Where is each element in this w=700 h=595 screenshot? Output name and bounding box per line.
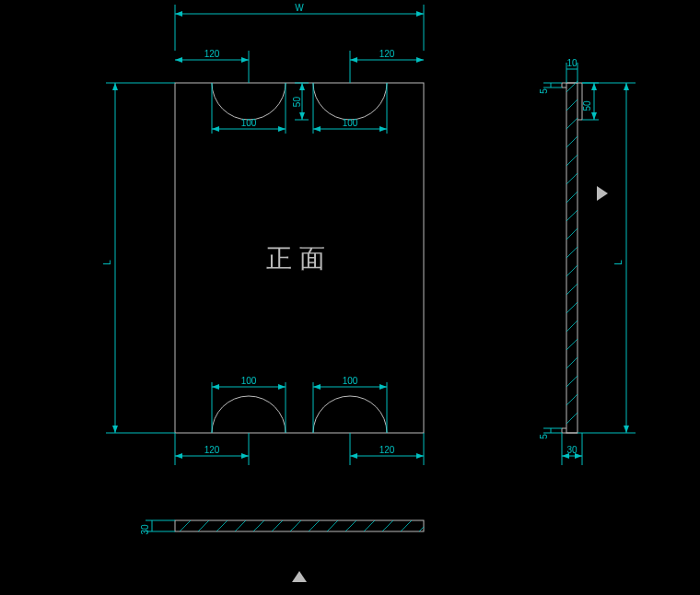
dim-10: 10 (566, 58, 578, 68)
svg-line-86 (364, 520, 375, 531)
dim-120-tr: 120 (379, 49, 395, 59)
svg-line-80 (253, 520, 264, 531)
svg-line-50 (566, 284, 578, 295)
svg-line-45 (566, 192, 578, 203)
svg-line-57 (566, 413, 578, 424)
svg-line-84 (327, 520, 338, 531)
arc-bottom-right (313, 396, 387, 433)
svg-line-54 (566, 357, 578, 368)
svg-line-83 (309, 520, 320, 531)
svg-line-88 (401, 520, 412, 531)
dim-5-top: 5 (539, 88, 549, 94)
svg-line-41 (566, 118, 578, 129)
front-label: 正面 (266, 244, 332, 273)
svg-line-42 (566, 136, 578, 147)
svg-line-44 (566, 173, 578, 184)
arc-top-right (313, 83, 387, 120)
dim-W: W (295, 3, 304, 13)
dim-30-bottom: 30 (140, 524, 150, 535)
svg-line-46 (566, 210, 578, 221)
svg-line-79 (235, 520, 246, 531)
svg-line-85 (345, 520, 356, 531)
svg-line-55 (566, 376, 578, 387)
dim-120-br: 120 (379, 445, 395, 455)
svg-line-43 (566, 155, 578, 166)
svg-line-81 (272, 520, 283, 531)
svg-line-40 (566, 99, 578, 111)
dim-L-right: L (613, 260, 624, 265)
svg-line-52 (566, 321, 578, 332)
dim-50: 50 (292, 97, 302, 108)
svg-line-48 (566, 247, 578, 258)
svg-line-56 (566, 394, 578, 405)
dim-30-side: 30 (566, 445, 578, 455)
dim-120-bl: 120 (204, 445, 220, 455)
svg-line-76 (180, 520, 191, 531)
side-view-marker (597, 186, 608, 201)
svg-line-53 (566, 339, 578, 350)
dim-100-bl: 100 (241, 376, 257, 386)
bottom-view-marker (292, 571, 307, 582)
arc-bottom-left (212, 396, 286, 433)
cad-drawing: 正面 W 120 120 100 100 50 100 100 120 (0, 0, 700, 595)
dim-100-tr: 100 (343, 118, 358, 128)
svg-line-78 (216, 520, 228, 531)
dim-100-br: 100 (343, 376, 358, 386)
svg-line-47 (566, 228, 578, 239)
side-hatch (566, 81, 578, 424)
dim-100-tl: 100 (241, 118, 257, 128)
dim-5-bottom: 5 (539, 434, 549, 439)
arc-top-left (212, 83, 286, 120)
svg-line-77 (198, 520, 209, 531)
dim-L-left: L (102, 260, 112, 265)
side-view-rect (566, 83, 578, 433)
svg-line-89 (419, 527, 424, 531)
dim-50-side: 50 (582, 100, 592, 111)
dim-120-tl: 120 (204, 49, 220, 59)
svg-line-82 (290, 520, 301, 531)
svg-line-87 (382, 520, 393, 531)
svg-line-49 (566, 265, 578, 276)
bottom-hatch (180, 520, 424, 531)
svg-line-51 (566, 302, 578, 313)
